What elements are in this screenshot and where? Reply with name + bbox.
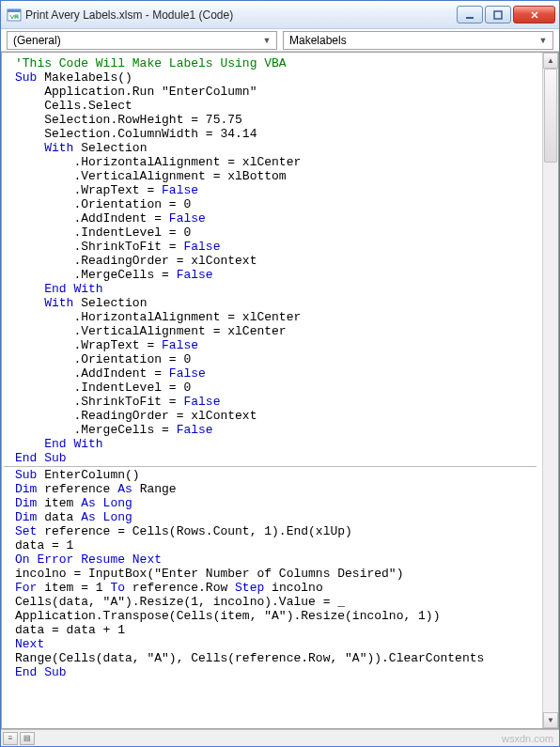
chevron-down-icon: ▼ [536, 33, 551, 48]
code-text: .ReadingOrder = xlContext [15, 254, 257, 268]
code-text: reference.Row [125, 581, 235, 595]
code-text: reference [37, 482, 117, 496]
code-kw: Sub [15, 70, 37, 85]
code-kw: As Long [81, 496, 132, 510]
code-kw: With [15, 296, 73, 310]
minimize-button[interactable] [457, 6, 483, 23]
scope-dropdown-value: (General) [13, 34, 61, 47]
svg-rect-3 [494, 11, 502, 19]
maximize-button[interactable] [485, 6, 511, 23]
code-text: .Orientation = 0 [15, 352, 191, 366]
titlebar: Print Avery Labels.xlsm - Module1 (Code) [1, 1, 559, 29]
scroll-thumb[interactable] [544, 69, 557, 163]
code-editor[interactable]: 'This Code Will Make Labels Using VBA Su… [2, 53, 542, 728]
code-text: .Orientation = 0 [15, 197, 191, 211]
code-kw: False [177, 268, 213, 282]
code-text: .VerticalAlignment = xlBottom [15, 169, 287, 183]
code-kw: Step [235, 581, 264, 595]
window-controls [457, 6, 555, 23]
code-text: .MergeCells = [15, 268, 177, 282]
scroll-track[interactable] [543, 69, 558, 712]
code-text: data = 1 [15, 538, 73, 552]
vertical-scrollbar[interactable]: ▲ ▼ [542, 53, 558, 728]
code-text: .IndentLevel = 0 [15, 381, 191, 395]
code-kw: Next [15, 637, 44, 651]
code-text: item = 1 [37, 581, 110, 595]
code-text: incolno [264, 581, 322, 595]
code-text: .IndentLevel = 0 [15, 226, 191, 240]
code-kw: False [183, 395, 220, 409]
code-kw: End With [15, 437, 103, 451]
code-kw: False [162, 183, 198, 197]
code-text: Range [132, 482, 177, 496]
code-comment: 'This Code Will Make Labels Using VBA [15, 56, 287, 70]
code-kw: As Long [81, 510, 132, 524]
svg-rect-2 [466, 17, 474, 19]
code-text: reference = Cells(Rows.Count, 1).End(xlU… [37, 524, 351, 538]
code-kw: False [169, 211, 206, 226]
view-toggle-bar: ≡ ▤ [1, 729, 559, 746]
code-text: .ShrinkToFit = [15, 395, 183, 409]
code-text: Application.Run "EnterColumn" [15, 85, 257, 99]
close-button[interactable] [513, 6, 555, 23]
scope-dropdown[interactable]: (General) ▼ [7, 31, 277, 50]
code-text: Cells.Select [15, 99, 132, 113]
code-kw: False [177, 423, 213, 437]
code-kw: Set [15, 524, 37, 538]
code-kw: As [117, 482, 132, 496]
code-text: Selection [73, 296, 147, 310]
scroll-up-button[interactable]: ▲ [543, 53, 558, 69]
code-text: data [37, 510, 81, 524]
code-text: Selection.ColumnWidth = 34.14 [15, 127, 257, 141]
code-text: Selection.RowHeight = 75.75 [15, 113, 242, 127]
code-text: .HorizontalAlignment = xlCenter [15, 310, 301, 324]
code-text: Makelabels() [37, 70, 132, 85]
code-text: .HorizontalAlignment = xlCenter [15, 155, 301, 169]
code-kw: Dim [15, 482, 37, 496]
code-text: .AddIndent = [15, 366, 169, 381]
code-editor-wrap: 'This Code Will Make Labels Using VBA Su… [1, 52, 559, 729]
code-text: EnterColumn() [37, 468, 139, 482]
code-kw: End With [15, 282, 103, 296]
code-kw: For [15, 581, 37, 595]
code-text: .ReadingOrder = xlContext [15, 409, 257, 423]
code-kw: End Sub [15, 451, 67, 465]
code-text: data = data + 1 [15, 623, 125, 637]
code-kw: Dim [15, 496, 37, 510]
scroll-down-button[interactable]: ▼ [543, 712, 558, 728]
code-text: .AddIndent = [15, 211, 169, 226]
procedure-separator [4, 466, 537, 467]
code-kw: False [183, 240, 220, 254]
code-text: Cells(data, "A").Resize(1, incolno).Valu… [15, 595, 345, 609]
code-kw: Sub [15, 468, 37, 482]
procedure-dropdown[interactable]: Makelabels ▼ [283, 31, 553, 50]
window-title: Print Avery Labels.xlsm - Module1 (Code) [25, 8, 457, 22]
code-text: incolno = InputBox("Enter Number of Colu… [15, 567, 403, 581]
code-kw: False [162, 338, 198, 352]
code-text: .WrapText = [15, 338, 162, 352]
code-text: Selection [73, 141, 147, 155]
code-text: Application.Transpose(Cells(item, "A").R… [15, 609, 440, 623]
chevron-down-icon: ▼ [259, 33, 274, 48]
full-module-view-button[interactable]: ▤ [20, 732, 35, 745]
code-kw: End Sub [15, 665, 67, 679]
code-text: .MergeCells = [15, 423, 177, 437]
code-text: item [37, 496, 81, 510]
procedure-view-button[interactable]: ≡ [3, 732, 18, 745]
watermark-text: wsxdn.com [502, 733, 553, 744]
code-kw: To [110, 581, 125, 595]
code-text: Range(Cells(data, "A"), Cells(reference.… [15, 651, 484, 665]
code-kw: With [15, 141, 73, 155]
code-text: .ShrinkToFit = [15, 240, 183, 254]
code-text: .WrapText = [15, 183, 162, 197]
code-kw: Dim [15, 510, 37, 524]
svg-rect-1 [8, 9, 21, 12]
code-kw: On Error Resume Next [15, 552, 162, 567]
code-kw: False [169, 366, 206, 381]
code-text: .VerticalAlignment = xlCenter [15, 324, 287, 338]
vba-module-icon [7, 8, 22, 23]
procedure-dropdown-value: Makelabels [289, 34, 347, 47]
code-dropdown-bar: (General) ▼ Makelabels ▼ [1, 29, 559, 52]
